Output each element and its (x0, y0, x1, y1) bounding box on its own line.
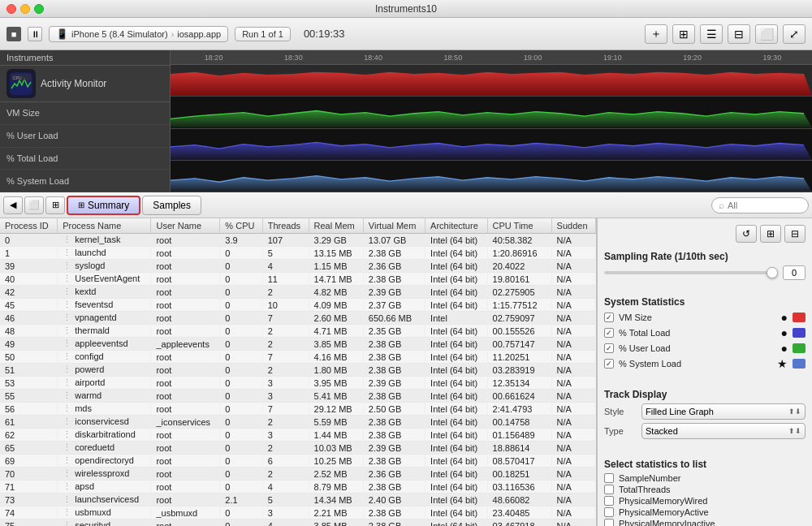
table-cell: N/A (551, 520, 595, 527)
stat-item-checkbox[interactable] (604, 519, 614, 526)
stat-item-checkbox[interactable] (604, 473, 614, 483)
style-select[interactable]: Filled Line Graph ⬆⬇ (641, 403, 806, 420)
col-name[interactable]: Process Name (58, 218, 151, 234)
table-cell: N/A (551, 390, 595, 403)
table-area[interactable]: Process ID Process Name User Name % CPU … (0, 218, 597, 526)
col-user[interactable]: User Name (151, 218, 220, 234)
fullscreen-button[interactable]: ⤢ (783, 24, 806, 44)
table-row[interactable]: 49⋮appleeventsd_appleevents023.85 MB2.38… (0, 338, 596, 351)
track-user (171, 97, 812, 128)
slider-track[interactable] (604, 271, 778, 274)
inspector-toggle[interactable]: ⬜ (24, 196, 44, 214)
grid-button[interactable]: ⊞ (760, 225, 781, 243)
table-row[interactable]: 61⋮iconservicesd_iconservices025.59 MB2.… (0, 416, 596, 429)
tick-7: 19:20 (653, 54, 732, 62)
stat-total-checkbox[interactable] (604, 328, 614, 338)
table-cell: _usbmuxd (151, 507, 220, 520)
col-real[interactable]: Real Mem (309, 218, 363, 234)
col-threads[interactable]: Threads (262, 218, 309, 234)
stat-system-checkbox[interactable] (604, 359, 614, 369)
table-cell: 2.36 GB (363, 468, 425, 481)
type-select[interactable]: Stacked ⬆⬇ (641, 423, 806, 439)
navigator-toggle[interactable]: ◀ (3, 196, 23, 214)
table-cell: Intel (64 bit) (425, 325, 487, 338)
table-row[interactable]: 40⋮UserEventAgentroot01114.71 MB2.38 GBI… (0, 273, 596, 286)
table-row[interactable]: 73⋮launchservicesdroot2.1514.34 MB2.40 G… (0, 494, 596, 507)
table-row[interactable]: 65⋮coreduetdroot0210.03 MB2.39 GBIntel (… (0, 442, 596, 455)
table-row[interactable]: 74⋮usbmuxd_usbmuxd032.21 MB2.38 GBIntel … (0, 507, 596, 520)
add-button[interactable]: ＋ (645, 24, 667, 44)
split-view-button[interactable]: ⊟ (728, 24, 750, 44)
col-cputime[interactable]: CPU Time (487, 218, 551, 234)
table-row[interactable]: 56⋮mdsroot0729.12 MB2.50 GBIntel (64 bit… (0, 403, 596, 416)
stat-user-checkbox[interactable] (604, 343, 614, 353)
col-virtual[interactable]: Virtual Mem (363, 218, 425, 234)
list-view-button[interactable]: ☰ (700, 24, 723, 44)
track-label-system: % System Load (0, 170, 170, 192)
window-button[interactable]: ⬜ (755, 24, 778, 44)
table-row[interactable]: 62⋮diskarbitrationdroot031.44 MB2.38 GBI… (0, 429, 596, 442)
sampling-rate-section: Sampling Rate (1/10th sec) 0 (604, 251, 806, 280)
expand-toggle[interactable]: ⊞ (45, 196, 65, 214)
table-row[interactable]: 45⋮fseventsdroot0104.09 MB2.37 GBIntel (… (0, 299, 596, 312)
stat-total: % Total Load ● (604, 326, 806, 339)
table-cell: Intel (64 bit) (425, 442, 487, 455)
table-cell: 5.41 MB (309, 390, 363, 403)
table-cell: root (151, 403, 220, 416)
device-selector[interactable]: 📱 iPhone 5 (8.4 Simulator) › iosapp.app (49, 26, 228, 42)
stop-button[interactable]: ■ (6, 27, 21, 41)
table-cell: ⋮vpnagentd (58, 312, 151, 325)
samples-tab[interactable]: Samples (142, 196, 201, 215)
col-sudden[interactable]: Sudden (551, 218, 595, 234)
table-row[interactable]: 42⋮kextdroot024.82 MB2.39 GBIntel (64 bi… (0, 286, 596, 299)
table-cell: ⋮coreduetd (58, 442, 151, 455)
table-row[interactable]: 50⋮configdroot074.16 MB2.38 GBIntel (64 … (0, 351, 596, 364)
search-box[interactable]: ⌕ (711, 197, 809, 213)
table-row[interactable]: 69⋮opendirectorydroot0610.25 MB2.38 GBIn… (0, 455, 596, 468)
table-row[interactable]: 1⋮launchdroot0513.15 MB2.38 GBIntel (64 … (0, 247, 596, 260)
list-item: PhysicalMemoryInactive (604, 519, 806, 526)
table-cell: 18.88614 (487, 442, 551, 455)
stat-vm-checkbox[interactable] (604, 313, 614, 322)
table-cell: 10.03 MB (309, 442, 363, 455)
table-row[interactable]: 39⋮syslogdroot041.15 MB2.36 GBIntel (64 … (0, 260, 596, 273)
table-row[interactable]: 71⋮apsdroot048.79 MB2.38 GBIntel (64 bit… (0, 481, 596, 494)
track-label-user: % User Load (0, 125, 170, 148)
slider-thumb[interactable] (767, 267, 778, 278)
stat-item-checkbox[interactable] (604, 485, 614, 494)
search-input[interactable] (728, 200, 801, 210)
table-cell: 0 (220, 273, 262, 286)
refresh-button[interactable]: ↺ (736, 225, 757, 243)
col-arch[interactable]: Architecture (425, 218, 487, 234)
col-cpu[interactable]: % CPU (220, 218, 262, 234)
stat-item-checkbox[interactable] (604, 507, 614, 517)
maximize-button[interactable] (34, 4, 44, 14)
stat-item-checkbox[interactable] (604, 496, 614, 506)
activity-monitor-header: CPU Activity Monitor (0, 66, 170, 102)
minimize-button[interactable] (20, 4, 30, 14)
table-row[interactable]: 70⋮wirelessproxdroot022.52 MB2.36 GBInte… (0, 468, 596, 481)
table-cell: Intel (64 bit) (425, 481, 487, 494)
table-row[interactable]: 51⋮powerdroot021.80 MB2.38 GBIntel (64 b… (0, 364, 596, 377)
table-row[interactable]: 48⋮thermaldroot024.71 MB2.35 GBIntel (64… (0, 325, 596, 338)
table-row[interactable]: 55⋮warmdroot035.41 MB2.38 GBIntel (64 bi… (0, 390, 596, 403)
table-cell: 0 (220, 260, 262, 273)
right-panel-toolbar: ↺ ⊞ ⊟ (604, 225, 806, 243)
pause-button[interactable]: ⏸ (28, 27, 42, 41)
table-cell: 0 (220, 377, 262, 390)
close-button[interactable] (6, 4, 16, 14)
table-cell: 23.40485 (487, 507, 551, 520)
table-cell: root (151, 364, 220, 377)
table-cell: Intel (64 bit) (425, 351, 487, 364)
table-row[interactable]: 75⋮securitydroot043.85 MB2.38 GBIntel (6… (0, 520, 596, 527)
grid-view-button[interactable]: ⊞ (672, 24, 695, 44)
table-cell: ⋮launchservicesd (58, 494, 151, 507)
list-button[interactable]: ⊟ (784, 225, 806, 243)
table-row[interactable]: 53⋮airportdroot033.95 MB2.39 GBIntel (64… (0, 377, 596, 390)
col-pid[interactable]: Process ID (0, 218, 58, 234)
summary-tab[interactable]: ⊞ Summary (67, 196, 140, 215)
table-row[interactable]: 0⋮kernel_taskroot3.91073.29 GB13.07 GBIn… (0, 234, 596, 247)
table-cell: 0 (220, 507, 262, 520)
table-cell: Intel (64 bit) (425, 468, 487, 481)
table-row[interactable]: 46⋮vpnagentdroot072.60 MB650.66 MBIntel0… (0, 312, 596, 325)
